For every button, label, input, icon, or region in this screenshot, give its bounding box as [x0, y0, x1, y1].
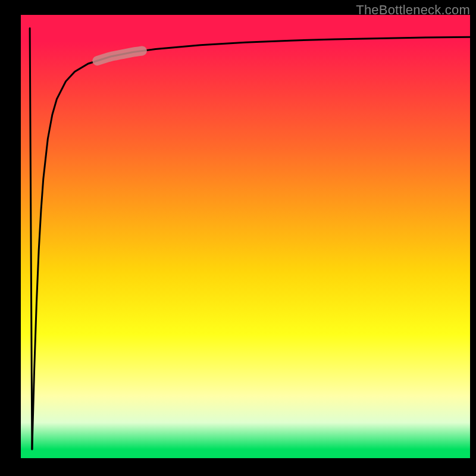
chart-stage: TheBottleneck.com	[0, 0, 476, 476]
plot-area	[21, 15, 470, 458]
bottleneck-curve	[32, 37, 470, 449]
curve-layer	[21, 15, 470, 458]
initial-drop	[30, 28, 32, 449]
highlight-segment	[97, 51, 142, 61]
watermark-text: TheBottleneck.com	[356, 2, 470, 18]
